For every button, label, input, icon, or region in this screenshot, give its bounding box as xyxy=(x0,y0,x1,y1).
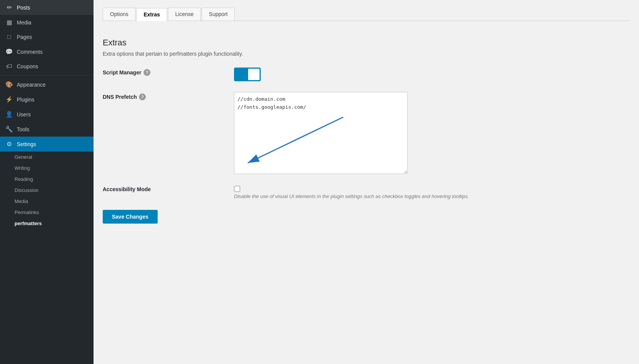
toggle-track xyxy=(234,68,261,81)
settings-arrow xyxy=(85,141,88,147)
save-changes-button[interactable]: Save Changes xyxy=(103,210,158,224)
submenu-item-permalinks[interactable]: Permalinks xyxy=(0,207,94,218)
submenu-item-media-sub[interactable]: Media xyxy=(0,196,94,207)
toggle-thumb xyxy=(248,69,260,80)
sidebar-item-users[interactable]: 👤 Users xyxy=(0,107,94,122)
posts-icon: ✏ xyxy=(5,4,13,11)
accessibility-mode-checkbox[interactable] xyxy=(234,186,240,192)
tab-extras[interactable]: Extras xyxy=(136,8,167,21)
extras-content: Extras Extra options that pertain to per… xyxy=(103,21,630,240)
sidebar-item-media[interactable]: ▦ Media xyxy=(0,15,94,30)
dns-prefetch-help-icon[interactable]: ? xyxy=(139,93,146,100)
tab-support[interactable]: Support xyxy=(202,8,235,21)
sidebar: ✏ Posts ▦ Media □ Pages 💬 Comments 🏷 Cou… xyxy=(0,0,94,364)
sidebar-item-plugins[interactable]: ⚡ Plugins xyxy=(0,92,94,107)
media-icon: ▦ xyxy=(5,19,13,26)
settings-icon: ⚙ xyxy=(5,140,13,148)
section-desc: Extra options that pertain to perfmatter… xyxy=(103,51,630,57)
appearance-icon: 🎨 xyxy=(5,81,13,88)
script-manager-help-icon[interactable]: ? xyxy=(144,69,150,76)
submenu-item-reading[interactable]: Reading xyxy=(0,174,94,185)
tools-icon: 🔧 xyxy=(5,126,13,133)
settings-wrapper: Script Manager ? xyxy=(103,68,630,224)
accessibility-mode-row: Accessibility Mode Disable the use of vi… xyxy=(103,185,630,199)
main-content: Options Extras License Support Extras Ex… xyxy=(94,0,639,364)
dns-prefetch-row: DNS Prefetch ? //cdn.domain.com //fonts.… xyxy=(103,92,630,174)
submenu-item-general[interactable]: General xyxy=(0,151,94,163)
accessibility-mode-label: Accessibility Mode xyxy=(103,185,225,192)
accessibility-mode-desc: Disable the use of visual UI elements in… xyxy=(234,193,469,199)
pages-icon: □ xyxy=(5,34,13,40)
submenu-item-perfmatters[interactable]: perfmatters xyxy=(0,218,94,229)
tab-license[interactable]: License xyxy=(168,8,201,21)
coupons-icon: 🏷 xyxy=(5,63,13,70)
sidebar-item-pages[interactable]: □ Pages xyxy=(0,30,94,44)
dns-prefetch-textarea[interactable]: //cdn.domain.com //fonts.googleapis.com/ xyxy=(234,92,408,174)
section-title: Extras xyxy=(103,38,630,48)
comments-icon: 💬 xyxy=(5,48,13,55)
dns-prefetch-label: DNS Prefetch ? xyxy=(103,92,225,100)
tab-options[interactable]: Options xyxy=(103,8,136,21)
plugins-icon: ⚡ xyxy=(5,96,13,103)
users-icon: 👤 xyxy=(5,111,13,118)
script-manager-toggle[interactable] xyxy=(234,68,261,81)
sidebar-item-coupons[interactable]: 🏷 Coupons xyxy=(0,59,94,74)
submenu-item-discussion[interactable]: Discussion xyxy=(0,185,94,196)
sidebar-divider-1 xyxy=(0,75,94,76)
script-manager-label: Script Manager ? xyxy=(103,68,225,76)
sidebar-item-appearance[interactable]: 🎨 Appearance xyxy=(0,77,94,92)
submenu-item-writing[interactable]: Writing xyxy=(0,163,94,174)
sidebar-item-posts[interactable]: ✏ Posts xyxy=(0,0,94,15)
sidebar-item-tools[interactable]: 🔧 Tools xyxy=(0,122,94,137)
accessibility-mode-group: Disable the use of visual UI elements in… xyxy=(234,185,469,199)
sidebar-item-settings[interactable]: ⚙ Settings xyxy=(0,137,94,151)
sidebar-item-comments[interactable]: 💬 Comments xyxy=(0,44,94,59)
script-manager-row: Script Manager ? xyxy=(103,68,630,81)
tabs-bar: Options Extras License Support xyxy=(103,8,630,21)
